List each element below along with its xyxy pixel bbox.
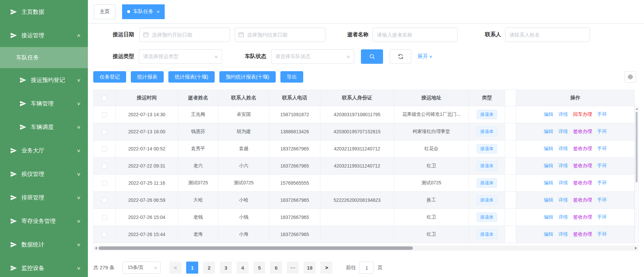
tab-fleet-tasks[interactable]: 车队任务 ×: [122, 4, 165, 19]
refresh-button[interactable]: [390, 49, 411, 64]
row-checkbox[interactable]: [102, 146, 107, 151]
wristband-link[interactable]: 手环: [597, 129, 607, 134]
process-link[interactable]: 签收办理: [573, 146, 592, 151]
detail-link[interactable]: 详情: [558, 163, 568, 168]
vertical-scrollbar[interactable]: [635, 106, 639, 243]
edit-link[interactable]: 编辑: [544, 180, 553, 185]
edit-link[interactable]: 编辑: [544, 129, 553, 134]
detail-link[interactable]: 详情: [558, 111, 568, 117]
expand-link[interactable]: 展开 ∨: [417, 53, 432, 60]
page-button[interactable]: 3: [220, 262, 232, 274]
process-link[interactable]: 签收办理: [573, 163, 592, 168]
detail-link[interactable]: 详情: [558, 180, 568, 185]
process-link[interactable]: 签收办理: [573, 197, 592, 202]
date-end-input[interactable]: [235, 28, 325, 42]
sidebar-item[interactable]: 监控设备 ∨: [0, 256, 88, 277]
edit-link[interactable]: 编辑: [544, 231, 553, 237]
detail-link[interactable]: 详情: [558, 146, 568, 151]
wristband-link[interactable]: 手环: [597, 214, 607, 220]
detail-link[interactable]: 详情: [558, 129, 568, 134]
toolbar-button[interactable]: 统计报表: [131, 71, 164, 83]
wristband-link[interactable]: 手环: [597, 146, 607, 151]
paper-plane-icon: [10, 265, 17, 272]
tab-bar: 主页 车队任务 ×: [88, 0, 644, 24]
page-button[interactable]: 6: [270, 262, 282, 274]
edit-link[interactable]: 编辑: [544, 146, 553, 151]
detail-link[interactable]: 详情: [558, 214, 568, 220]
date-start-input[interactable]: [140, 28, 230, 42]
deceased-name-input[interactable]: [373, 28, 458, 42]
cell-deceased-name: 袁秀平: [178, 140, 218, 157]
row-checkbox[interactable]: [102, 164, 107, 169]
transport-type-select[interactable]: 请选择接运类型 ∨: [139, 49, 222, 64]
goto-page-input[interactable]: [359, 262, 374, 274]
wristband-link[interactable]: 手环: [597, 197, 607, 202]
prev-page-button[interactable]: ∨: [169, 262, 181, 274]
sidebar-item[interactable]: 车辆调度 ∨: [0, 115, 88, 139]
fleet-status-select[interactable]: 请选择车队状态 ∨: [271, 49, 354, 64]
edit-link[interactable]: 编辑: [544, 163, 553, 168]
process-link[interactable]: 签收办理: [573, 129, 592, 134]
page-button[interactable]: 1: [186, 262, 198, 274]
sidebar-item[interactable]: 业务大厅 ∨: [0, 139, 88, 162]
row-checkbox[interactable]: [102, 112, 107, 117]
cell-contact-name: 小六: [218, 157, 269, 175]
cell-time: 2022-07-26 06:59: [116, 192, 178, 209]
wristband-link[interactable]: 手环: [597, 180, 607, 185]
wristband-link[interactable]: 手环: [597, 111, 607, 117]
process-link[interactable]: 签收办理: [573, 214, 592, 220]
column-settings-button[interactable]: [625, 71, 636, 83]
edit-link[interactable]: 编辑: [544, 197, 553, 202]
horizontal-scrollbar[interactable]: [93, 245, 639, 251]
toolbar-button[interactable]: 导出: [280, 71, 303, 83]
row-checkbox[interactable]: [102, 129, 107, 134]
process-link[interactable]: 签收办理: [573, 180, 592, 185]
table-row: 2022-07-26 15:44 老海 小海 18372667965 红卫 接遗…: [94, 226, 635, 243]
page-button[interactable]: 19: [304, 262, 316, 274]
date-filter-label: 接运日期: [109, 31, 134, 38]
page-button[interactable]: 2: [203, 262, 215, 274]
process-link[interactable]: 回车办理: [573, 111, 592, 117]
sidebar-item[interactable]: 主页数据: [0, 0, 88, 24]
sidebar-item[interactable]: 车辆管理 ∨: [0, 92, 88, 115]
edit-link[interactable]: 编辑: [544, 214, 553, 220]
cell-address: 红花会: [394, 140, 469, 157]
sidebar-item[interactable]: 寄存业务管理 ∨: [0, 209, 88, 233]
scroll-left-arrow-icon: [95, 247, 97, 249]
sidebar-item[interactable]: 车队任务: [0, 47, 88, 68]
page-button[interactable]: 5: [253, 262, 265, 274]
page-size-select[interactable]: 15条/页 ∨: [122, 262, 161, 274]
row-checkbox[interactable]: [102, 215, 107, 220]
sidebar-item[interactable]: 数据统计 ∨: [0, 233, 88, 256]
process-link[interactable]: 签收办理: [573, 231, 592, 237]
sidebar-item-label: 数据统计: [21, 241, 44, 248]
page-button[interactable]: ···: [287, 262, 299, 274]
paper-plane-icon: [19, 100, 26, 107]
row-checkbox[interactable]: [102, 232, 107, 237]
search-button[interactable]: [361, 49, 383, 64]
detail-link[interactable]: 详情: [558, 197, 568, 202]
close-icon[interactable]: ×: [157, 9, 160, 14]
select-all-checkbox[interactable]: [102, 96, 107, 101]
row-checkbox[interactable]: [102, 181, 107, 186]
tab-home[interactable]: 主页: [94, 4, 115, 19]
toolbar-button[interactable]: 预约统计报表(十堰): [219, 71, 276, 83]
toolbar-button[interactable]: 统计报表(十堰): [168, 71, 215, 83]
detail-link[interactable]: 详情: [558, 231, 568, 237]
next-page-button[interactable]: ∨: [320, 262, 332, 274]
paper-plane-icon: [10, 147, 17, 154]
toolbar-button[interactable]: 任务登记: [93, 71, 126, 83]
sidebar-item[interactable]: 殡仪管理 ∨: [0, 162, 88, 186]
row-checkbox[interactable]: [102, 198, 107, 203]
cell-contact-phone: 13886813426: [269, 123, 320, 140]
goto-label: 前往: [346, 265, 356, 271]
sidebar-item[interactable]: 排班管理 ∨: [0, 186, 88, 209]
sidebar-item[interactable]: 接运预约登记 ∨: [0, 68, 88, 92]
wristband-link[interactable]: 手环: [597, 231, 607, 237]
wristband-link[interactable]: 手环: [597, 163, 607, 168]
edit-link[interactable]: 编辑: [544, 111, 553, 117]
sidebar-item[interactable]: 接运管理 ∧: [0, 24, 88, 47]
paper-plane-icon: [19, 77, 26, 84]
contact-name-input[interactable]: [505, 28, 590, 42]
page-button[interactable]: 4: [236, 262, 249, 274]
